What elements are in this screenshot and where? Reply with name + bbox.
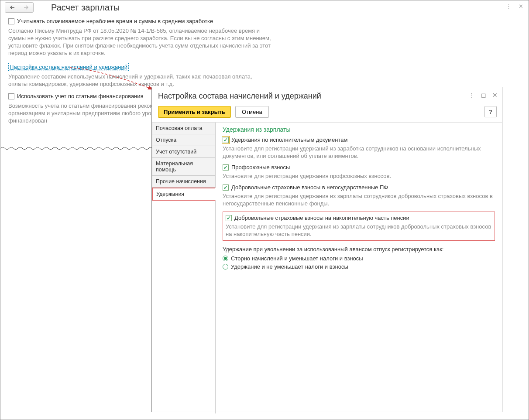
close-icon[interactable]: ✕ <box>492 92 498 99</box>
option-description: Установите для регистрации удержания из … <box>226 223 492 238</box>
checkbox-icon[interactable] <box>8 18 14 24</box>
more-icon[interactable]: ⋮ <box>506 3 512 10</box>
page-title: Расчет зарплаты <box>51 3 120 13</box>
tab-material-help[interactable]: Материальная помощь <box>152 158 215 176</box>
option-voluntary-npf: ✓ Добровольные страховые взносы в негосу… <box>223 184 495 207</box>
option-executive-docs: ✓ Удержания по исполнительным документам… <box>223 137 495 160</box>
radio-label: Удержание и не уменьшает налоги и взносы <box>231 263 348 270</box>
nav-buttons <box>5 2 34 13</box>
option-include-paid-nonworking[interactable]: Учитывать оплачиваемое нерабочее время и… <box>8 18 521 24</box>
checkbox-checked-icon[interactable]: ✓ <box>223 184 229 191</box>
option-union-fees: ✓ Профсоюзные взносы Установите для реги… <box>223 164 495 180</box>
link-description: Управление составом используемых начисле… <box>8 73 266 88</box>
pane-title: Удержания из зарплаты <box>223 126 495 133</box>
apply-close-button[interactable]: Применить и закрыть <box>158 106 231 118</box>
option-description: Установите для регистрации удержания из … <box>223 192 495 207</box>
dialog-tabs: Почасовая оплата Отпуска Учет отсутствий… <box>152 123 216 413</box>
option-label: Профсоюзные взносы <box>231 164 290 171</box>
forward-button[interactable] <box>19 3 33 12</box>
checkbox-checked-icon[interactable]: ✓ <box>223 137 229 143</box>
maximize-icon[interactable]: ◻ <box>481 92 486 99</box>
torn-edge-decoration <box>0 145 151 151</box>
option-label: Удержания по исполнительным документам <box>231 137 347 143</box>
option-description: Установите для регистрации удержания про… <box>223 172 495 180</box>
tab-deductions[interactable]: Удержания <box>152 188 216 201</box>
dialog-accruals-config: Настройка состава начислений и удержаний… <box>151 87 502 412</box>
dialog-pane: Удержания из зарплаты ✓ Удержания по исп… <box>216 123 502 413</box>
close-icon[interactable]: ✕ <box>519 3 523 10</box>
link-configure-accruals[interactable]: Настройка состава начислений и удержаний <box>8 63 129 71</box>
checkbox-label: Использовать учет по статьям финансирова… <box>17 93 144 99</box>
topbar: Расчет зарплаты ⋮ ✕ <box>0 0 529 14</box>
more-icon[interactable]: ⋮ <box>469 92 475 99</box>
checkbox-checked-icon[interactable]: ✓ <box>226 215 232 221</box>
dialog-toolbar: Применить и закрыть Отмена ? <box>152 102 502 122</box>
dialog-body: Почасовая оплата Отпуска Учет отсутствий… <box>152 122 502 413</box>
tab-other-accruals[interactable]: Прочие начисления <box>152 176 215 188</box>
checkbox-label: Учитывать оплачиваемое нерабочее время и… <box>17 18 213 24</box>
option-label: Добровольные страховые взносы в негосуда… <box>231 184 388 191</box>
dismissal-deduction-question: Удержание при увольнении за использованн… <box>223 246 495 253</box>
option-description: Установите для регистрации удержаний из … <box>223 145 495 160</box>
help-button[interactable]: ? <box>484 106 497 117</box>
radio-selected-icon[interactable] <box>223 256 228 261</box>
checkbox-icon[interactable] <box>8 93 14 99</box>
radio-option-storno[interactable]: Сторно начислений и уменьшает налоги и в… <box>223 255 495 262</box>
back-button[interactable] <box>5 3 19 12</box>
window-controls: ⋮ ✕ <box>506 3 523 10</box>
radio-label: Сторно начислений и уменьшает налоги и в… <box>231 255 363 262</box>
radio-unselected-icon[interactable] <box>223 264 228 270</box>
option-label: Добровольные страховые взносы на накопит… <box>234 215 409 221</box>
cancel-button[interactable]: Отмена <box>235 106 269 118</box>
dialog-header: Настройка состава начислений и удержаний… <box>152 87 502 102</box>
radio-option-deduction[interactable]: Удержание и не уменьшает налоги и взносы <box>223 263 495 270</box>
option-description: Согласно Письму Минтруда РФ от 18.05.202… <box>8 27 275 57</box>
tab-vacations[interactable]: Отпуска <box>152 134 215 146</box>
tab-hourly-pay[interactable]: Почасовая оплата <box>152 123 215 134</box>
option-voluntary-savings-pension: ✓ Добровольные страховые взносы на накоп… <box>223 212 495 241</box>
checkbox-checked-icon[interactable]: ✓ <box>223 164 229 171</box>
dialog-window-controls: ⋮ ◻ ✕ <box>469 92 498 99</box>
tab-absences[interactable]: Учет отсутствий <box>152 146 215 158</box>
dialog-title: Настройка состава начислений и удержаний <box>158 92 321 101</box>
